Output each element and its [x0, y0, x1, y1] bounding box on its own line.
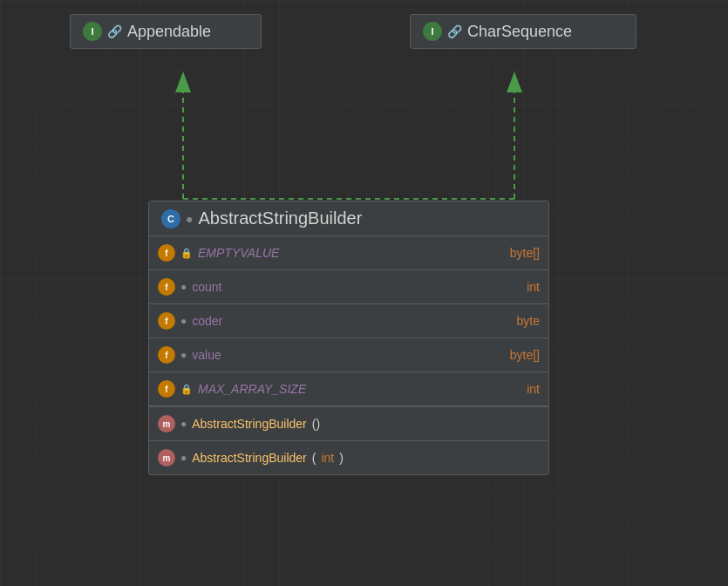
field-type-count: int	[527, 280, 540, 294]
appendable-box: I 🔗 Appendable	[70, 14, 262, 49]
charsequence-extend-icon: 🔗	[447, 24, 462, 38]
badge-f-count: f	[158, 278, 175, 296]
method-params-2: (	[312, 451, 316, 465]
dot-coder: ●	[180, 315, 187, 327]
method-name-1: AbstractStringBuilder	[192, 417, 307, 431]
method-param-type-2: int	[321, 451, 334, 465]
method-constructor-2: m ● AbstractStringBuilder (int)	[149, 441, 548, 474]
badge-f-value: f	[158, 346, 175, 364]
field-coder: f ● coder byte	[149, 304, 548, 337]
field-name-emptyvalue: EMPTYVALUE	[198, 246, 505, 260]
badge-f-maxarray: f	[158, 380, 175, 398]
field-type-value: byte[]	[510, 348, 540, 362]
arrow-appendable	[175, 72, 191, 92]
lock-maxarray: 🔒	[180, 384, 193, 395]
method-params-close-2: )	[339, 451, 344, 465]
dot-method-1: ●	[180, 418, 187, 430]
appendable-extend-icon: 🔗	[107, 24, 122, 38]
field-type-emptyvalue: byte[]	[510, 246, 540, 260]
main-class-badge: C	[161, 209, 180, 228]
field-name-count: count	[192, 280, 521, 294]
method-name-2: AbstractStringBuilder	[192, 451, 307, 465]
badge-f-coder: f	[158, 312, 175, 330]
method-params-1: ()	[312, 417, 320, 431]
arrow-charsequence	[507, 72, 522, 92]
charsequence-label: CharSequence	[467, 23, 572, 41]
badge-m-2: m	[158, 449, 175, 467]
dot-icon: ●	[186, 212, 193, 226]
field-value: f ● value byte[]	[149, 338, 548, 371]
field-name-value: value	[192, 348, 505, 362]
field-maxarraysize: f 🔒 MAX_ARRAY_SIZE int	[149, 372, 548, 405]
charsequence-badge: I	[423, 22, 442, 41]
badge-f-emptyvalue: f	[158, 244, 175, 262]
dot-value: ●	[180, 349, 187, 361]
field-name-maxarray: MAX_ARRAY_SIZE	[198, 382, 521, 396]
appendable-label: Appendable	[127, 23, 211, 41]
dot-method-2: ●	[180, 452, 187, 464]
abstractstringbuilder-box: C ● AbstractStringBuilder f 🔒 EMPTYVALUE…	[148, 201, 549, 475]
charsequence-box: I 🔗 CharSequence	[410, 14, 636, 49]
appendable-badge: I	[83, 22, 102, 41]
field-type-maxarray: int	[527, 382, 540, 396]
dot-count: ●	[180, 281, 187, 293]
main-class-header: C ● AbstractStringBuilder	[149, 201, 548, 235]
field-emptyvalue: f 🔒 EMPTYVALUE byte[]	[149, 236, 548, 269]
badge-m-1: m	[158, 415, 175, 433]
method-constructor-1: m ● AbstractStringBuilder ()	[149, 407, 548, 440]
main-class-label: AbstractStringBuilder	[198, 208, 362, 228]
field-type-coder: byte	[517, 314, 540, 328]
field-name-coder: coder	[192, 314, 511, 328]
field-count: f ● count int	[149, 270, 548, 303]
diagram-canvas: I 🔗 Appendable I 🔗 CharSequence C ● Abst…	[0, 0, 728, 586]
appendable-header: I 🔗 Appendable	[71, 15, 261, 48]
lock-emptyvalue: 🔒	[180, 248, 193, 259]
charsequence-header: I 🔗 CharSequence	[411, 15, 636, 48]
